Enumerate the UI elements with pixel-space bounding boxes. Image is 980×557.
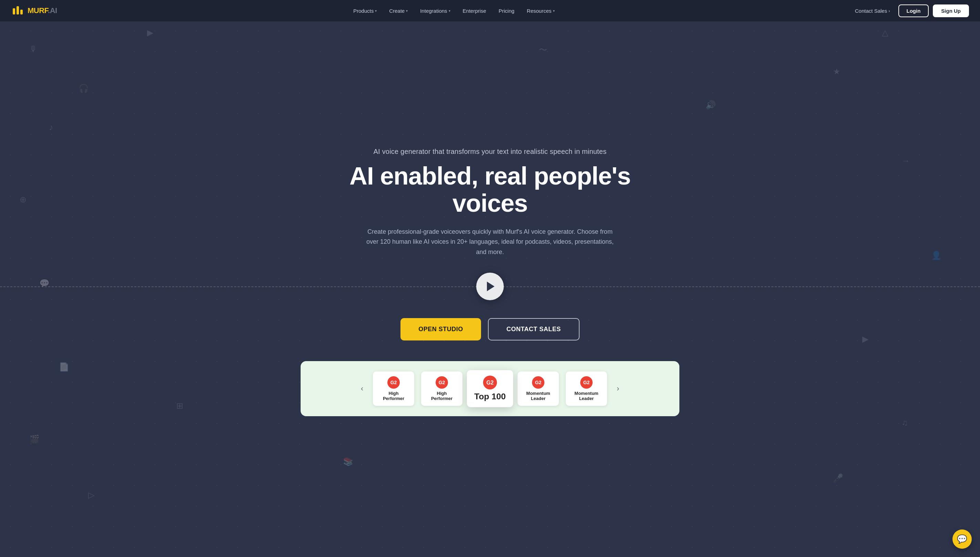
integrations-chevron-icon: ▾ — [449, 9, 450, 13]
nav-enterprise[interactable]: Enterprise — [457, 5, 492, 16]
hero-description: Create professional-grade voiceovers qui… — [363, 227, 617, 257]
badge-top100-text: Top 100 — [474, 392, 505, 402]
chat-icon: 💬 — [957, 534, 967, 544]
nav-contact-sales-link[interactable]: Contact Sales › — [851, 5, 894, 16]
badge-card-4: G2 MomentumLeader — [566, 371, 607, 406]
nav-pricing[interactable]: Pricing — [493, 5, 520, 16]
nav-center: Products ▾ Create ▾ Integrations ▾ Enter… — [348, 5, 560, 16]
g2-icon-featured: G2 — [483, 376, 497, 389]
badges-next-button[interactable]: › — [614, 384, 622, 393]
play-button[interactable] — [476, 273, 504, 300]
play-triangle-icon — [487, 282, 494, 291]
contact-sales-button[interactable]: CONTACT SALES — [488, 318, 579, 340]
cta-buttons: OPEN STUDIO CONTACT SALES — [335, 318, 645, 340]
signup-button[interactable]: Sign Up — [933, 5, 969, 17]
badge-title-3: MomentumLeader — [526, 391, 550, 401]
navbar: MURF.AI Products ▾ Create ▾ Integrations… — [0, 0, 980, 21]
logo-text: MURF.AI — [28, 6, 57, 15]
create-chevron-icon: ▾ — [406, 9, 408, 13]
badge-card-featured: G2 Top 100 — [467, 370, 513, 407]
hero-section: 🎙 🎧 ▶ ♪ ⊕ 💬 📄 🎬 ▷ ★ △ → 👤 ▶ ♫ 🎤 〜 🔊 ⊞ 📚 … — [0, 0, 980, 557]
nav-create[interactable]: Create ▾ — [383, 5, 413, 16]
logo[interactable]: MURF.AI — [11, 4, 57, 17]
logo-icon — [11, 4, 24, 17]
svg-rect-2 — [16, 6, 19, 15]
badge-card-1: G2 HighPerformer — [373, 371, 414, 406]
login-button[interactable]: Login — [898, 5, 929, 17]
chat-bubble[interactable]: 💬 — [952, 529, 972, 549]
g2-icon-3: G2 — [532, 376, 545, 389]
arrow-right-icon: › — [889, 8, 890, 13]
products-chevron-icon: ▾ — [375, 9, 377, 13]
badges-prev-button[interactable]: ‹ — [358, 384, 366, 393]
nav-integrations[interactable]: Integrations ▾ — [414, 5, 456, 16]
g2-icon-4: G2 — [580, 376, 593, 389]
nav-products[interactable]: Products ▾ — [348, 5, 382, 16]
hero-subtitle: AI voice generator that transforms your … — [335, 148, 645, 156]
g2-icon-2: G2 — [435, 376, 448, 389]
badge-title-4: MomentumLeader — [574, 391, 598, 401]
resources-chevron-icon: ▾ — [553, 9, 555, 13]
hero-title: AI enabled, real people's voices — [335, 163, 645, 217]
play-button-container — [335, 273, 645, 300]
svg-rect-1 — [13, 8, 15, 15]
badge-card-3: G2 MomentumLeader — [517, 371, 559, 406]
badge-title-2: HighPerformer — [431, 391, 452, 401]
nav-left: MURF.AI — [11, 4, 57, 17]
svg-rect-3 — [20, 10, 23, 15]
badge-card-2: G2 HighPerformer — [421, 371, 463, 406]
open-studio-button[interactable]: OPEN STUDIO — [401, 318, 481, 340]
badge-title-1: HighPerformer — [383, 391, 404, 401]
social-proof-strip: ‹ G2 HighPerformer G2 HighPerformer G2 T… — [301, 361, 679, 416]
g2-icon-1: G2 — [387, 376, 400, 389]
hero-content: AI voice generator that transforms your … — [335, 148, 645, 340]
nav-right: Contact Sales › Login Sign Up — [851, 5, 969, 17]
nav-resources[interactable]: Resources ▾ — [521, 5, 560, 16]
